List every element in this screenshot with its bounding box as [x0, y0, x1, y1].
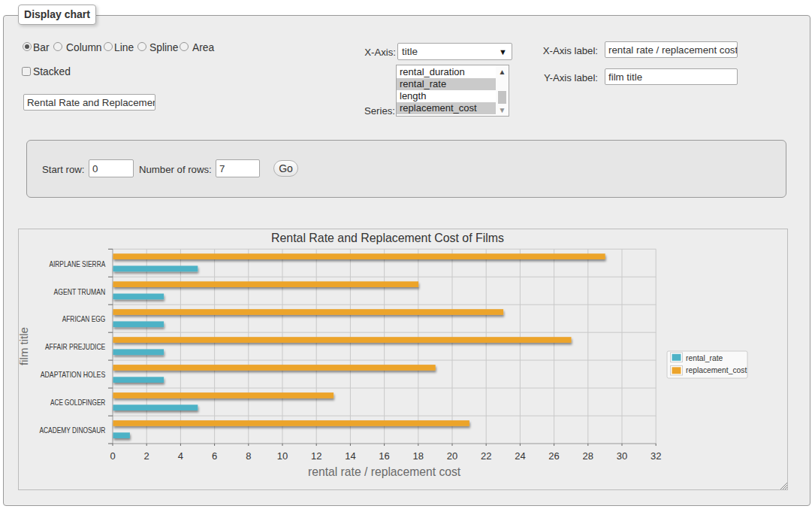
svg-text:22: 22: [481, 450, 491, 462]
svg-text:ACE GOLDFINGER: ACE GOLDFINGER: [50, 398, 106, 407]
svg-text:6: 6: [212, 450, 217, 462]
svg-text:Rental Rate and Replacement Co: Rental Rate and Replacement Cost of Film…: [271, 232, 504, 244]
svg-text:20: 20: [447, 450, 457, 462]
svg-text:ACADEMY DINOSAUR: ACADEMY DINOSAUR: [39, 426, 105, 435]
svg-text:32: 32: [651, 450, 661, 462]
svg-text:28: 28: [583, 450, 593, 462]
svg-text:24: 24: [515, 450, 525, 462]
svg-text:10: 10: [277, 450, 288, 462]
svg-text:AFRICAN EGG: AFRICAN EGG: [62, 314, 106, 323]
svg-text:18: 18: [413, 450, 424, 462]
svg-text:replacement_cost: replacement_cost: [686, 366, 747, 374]
svg-text:2: 2: [144, 450, 149, 462]
svg-text:16: 16: [379, 450, 389, 462]
svg-text:film title: film title: [18, 327, 30, 365]
svg-text:AFFAIR PREJUDICE: AFFAIR PREJUDICE: [45, 342, 105, 351]
svg-text:0: 0: [110, 450, 115, 462]
svg-text:14: 14: [345, 450, 355, 462]
svg-text:rental rate / replacement cost: rental rate / replacement cost: [308, 465, 461, 478]
svg-text:AGENT TRUMAN: AGENT TRUMAN: [53, 287, 105, 296]
svg-text:30: 30: [617, 450, 627, 462]
svg-text:AIRPLANE SIERRA: AIRPLANE SIERRA: [49, 259, 106, 268]
svg-text:rental_rate: rental_rate: [686, 354, 723, 362]
svg-text:12: 12: [311, 450, 321, 462]
svg-text:8: 8: [246, 450, 251, 462]
svg-text:26: 26: [548, 450, 559, 462]
svg-text:ADAPTATION HOLES: ADAPTATION HOLES: [41, 370, 106, 379]
svg-text:4: 4: [178, 450, 183, 462]
